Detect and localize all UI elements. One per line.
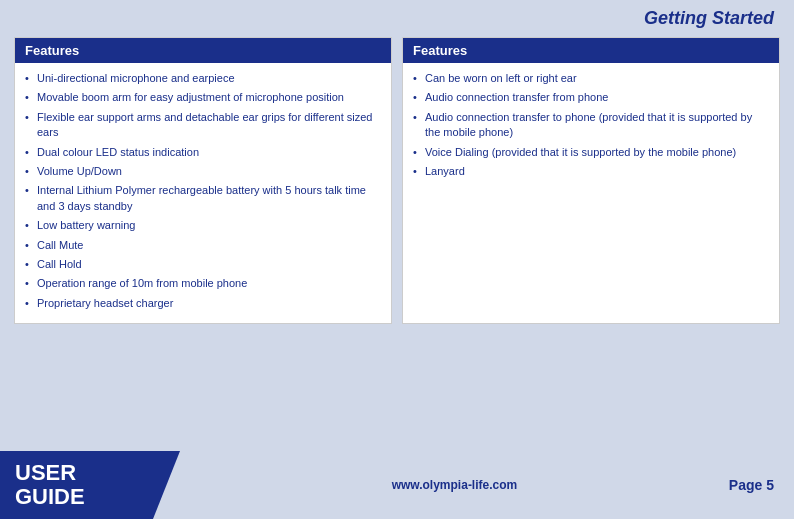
user-text: USER xyxy=(15,461,85,485)
guide-text: GUIDE xyxy=(15,485,85,509)
list-item: Lanyard xyxy=(413,162,769,181)
footer-logo-area: USER GUIDE xyxy=(0,451,180,519)
right-panel: Features Can be worn on left or right ea… xyxy=(402,37,780,324)
list-item: Call Mute xyxy=(25,236,381,255)
left-panel: Features Uni-directional microphone and … xyxy=(14,37,392,324)
list-item: Movable boom arm for easy adjustment of … xyxy=(25,88,381,107)
list-item: Audio connection transfer from phone xyxy=(413,88,769,107)
left-features-heading: Features xyxy=(15,38,391,63)
left-features-list: Uni-directional microphone and earpiece … xyxy=(15,69,391,323)
footer-center: www.olympia-life.com xyxy=(180,451,729,519)
list-item: Operation range of 10m from mobile phone xyxy=(25,274,381,293)
list-item: Internal Lithium Polymer rechargeable ba… xyxy=(25,181,381,216)
footer-right: Page 5 xyxy=(729,451,794,519)
list-item: Dual colour LED status indication xyxy=(25,143,381,162)
list-item: Audio connection transfer to phone (prov… xyxy=(413,108,769,143)
header: Getting Started xyxy=(0,0,794,35)
page-number: Page 5 xyxy=(729,477,774,493)
list-item: Can be worn on left or right ear xyxy=(413,69,769,88)
user-guide-label: USER GUIDE xyxy=(15,461,85,509)
website-url: www.olympia-life.com xyxy=(392,478,518,492)
list-item: Proprietary headset charger xyxy=(25,294,381,313)
list-item: Volume Up/Down xyxy=(25,162,381,181)
list-item: Voice Dialing (provided that it is suppo… xyxy=(413,143,769,162)
list-item: Call Hold xyxy=(25,255,381,274)
right-features-heading: Features xyxy=(403,38,779,63)
footer: USER GUIDE www.olympia-life.com Page 5 xyxy=(0,451,794,519)
list-item: Uni-directional microphone and earpiece xyxy=(25,69,381,88)
right-features-list: Can be worn on left or right ear Audio c… xyxy=(403,69,779,191)
main-content: Features Uni-directional microphone and … xyxy=(0,37,794,324)
page-container: Getting Started Features Uni-directional… xyxy=(0,0,794,519)
list-item: Low battery warning xyxy=(25,216,381,235)
list-item: Flexible ear support arms and detachable… xyxy=(25,108,381,143)
page-title: Getting Started xyxy=(644,8,774,29)
